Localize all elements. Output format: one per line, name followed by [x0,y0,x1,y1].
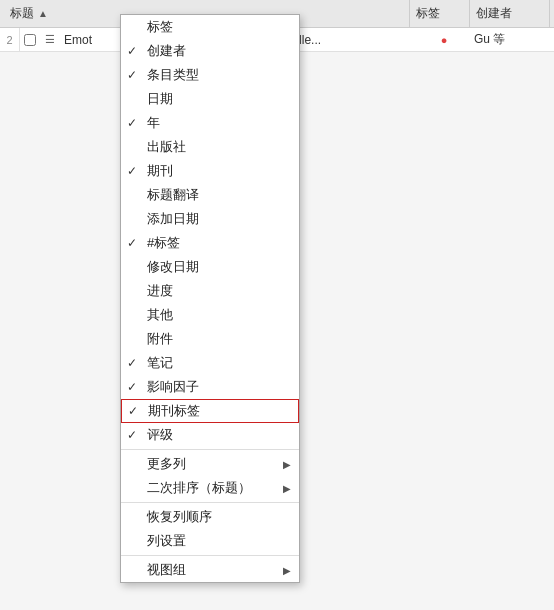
menu-separator-1 [121,449,299,450]
menu-label-xiugai-riqi: 修改日期 [147,258,199,276]
menu-item-xiugai-riqi[interactable]: ✓ 修改日期 [121,255,299,279]
submenu-arrow-erci-paixu: ▶ [271,483,291,494]
menu-item-shitu-zu[interactable]: ✓ 视图组 ▶ [121,558,299,582]
menu-label-yingxiang-yinzi: 影响因子 [147,378,199,396]
menu-item-qikan[interactable]: ✓ 期刊 [121,159,299,183]
menu-label-fujian: 附件 [147,330,173,348]
menu-label-nian: 年 [147,114,160,132]
submenu-arrow-gengduo-lie: ▶ [271,459,291,470]
menu-label-qikan-biaoji: 期刊标签 [148,402,200,420]
row-checkbox[interactable] [20,34,40,46]
menu-label-huifu-shunxu: 恢复列顺序 [147,508,212,526]
row-type-icon: ☰ [40,33,60,46]
menu-item-biji[interactable]: ✓ 笔记 [121,351,299,375]
menu-item-biaoti-fanyi[interactable]: ✓ 标题翻译 [121,183,299,207]
check-nian: ✓ [127,116,137,130]
app-window: 标题 ▲ 标签 创建者 2 ☰ Emot anjin on colle... ●… [0,0,554,610]
menu-label-pingjia: 评级 [147,426,173,444]
check-tiaomu-leixing: ✓ [127,68,137,82]
title-label: 标题 [10,5,34,22]
menu-label-tianjia-riqi: 添加日期 [147,210,199,228]
sort-arrow: ▲ [38,8,48,19]
menu-label-biji: 笔记 [147,354,173,372]
menu-label-chubanshe: 出版社 [147,138,186,156]
menu-label-qita: 其他 [147,306,173,324]
check-yingxiang-yinzi: ✓ [127,380,137,394]
menu-item-huifu-shunxu[interactable]: ✓ 恢复列顺序 [121,505,299,529]
context-menu: ✓ 标签 ✓ 创建者 ✓ 条目类型 ✓ 日期 ✓ 年 ✓ 出版社 ✓ [120,14,300,583]
menu-label-shitu-zu: 视图组 [147,561,186,579]
menu-item-erci-paixu[interactable]: ✓ 二次排序（标题） ▶ [121,476,299,500]
menu-label-tiaomu-leixing: 条目类型 [147,66,199,84]
menu-item-jindu[interactable]: ✓ 进度 [121,279,299,303]
submenu-arrow-shitu-zu: ▶ [271,565,291,576]
check-qikan-biaoji: ✓ [128,404,138,418]
menu-label-biaoti-fanyi: 标题翻译 [147,186,199,204]
menu-item-riqi[interactable]: ✓ 日期 [121,87,299,111]
menu-item-tiaomu-leixing[interactable]: ✓ 条目类型 [121,63,299,87]
check-qikan: ✓ [127,164,137,178]
menu-label-biaoji: 标签 [147,18,173,36]
menu-label-qikan: 期刊 [147,162,173,180]
row-creator-cell: Gu 等 [474,31,554,48]
menu-separator-3 [121,555,299,556]
menu-item-chubanshe[interactable]: ✓ 出版社 [121,135,299,159]
menu-item-yingxiang-yinzi[interactable]: ✓ 影响因子 [121,375,299,399]
menu-item-nian[interactable]: ✓ 年 [121,111,299,135]
row-checkbox-input[interactable] [24,34,36,46]
menu-separator-2 [121,502,299,503]
check-hash-biaoji: ✓ [127,236,137,250]
menu-item-biaoji[interactable]: ✓ 标签 [121,15,299,39]
menu-item-qita[interactable]: ✓ 其他 [121,303,299,327]
row-label-cell: ● [414,34,474,46]
menu-item-hash-biaoji[interactable]: ✓ #标签 [121,231,299,255]
menu-label-chuangjianren: 创建者 [147,42,186,60]
menu-item-lie-shezhi[interactable]: ✓ 列设置 [121,529,299,553]
menu-label-hash-biaoji: #标签 [147,234,180,252]
menu-label-riqi: 日期 [147,90,173,108]
label-col-text: 标签 [416,5,440,22]
creator-column-header[interactable]: 创建者 [470,0,550,27]
menu-item-tianjia-riqi[interactable]: ✓ 添加日期 [121,207,299,231]
menu-item-fujian[interactable]: ✓ 附件 [121,327,299,351]
check-biji: ✓ [127,356,137,370]
menu-label-erci-paixu: 二次排序（标题） [147,479,251,497]
menu-label-jindu: 进度 [147,282,173,300]
menu-item-gengduo-lie[interactable]: ✓ 更多列 ▶ [121,452,299,476]
menu-item-chuangjianren[interactable]: ✓ 创建者 [121,39,299,63]
check-pingjia: ✓ [127,428,137,442]
row-number: 2 [0,28,20,51]
menu-label-lie-shezhi: 列设置 [147,532,186,550]
label-column-header[interactable]: 标签 [410,0,470,27]
check-chuangjianren: ✓ [127,44,137,58]
creator-col-text: 创建者 [476,5,512,22]
menu-item-pingjia[interactable]: ✓ 评级 [121,423,299,447]
menu-label-gengduo-lie: 更多列 [147,455,186,473]
menu-item-qikan-biaoji[interactable]: ✓ 期刊标签 [121,399,299,423]
